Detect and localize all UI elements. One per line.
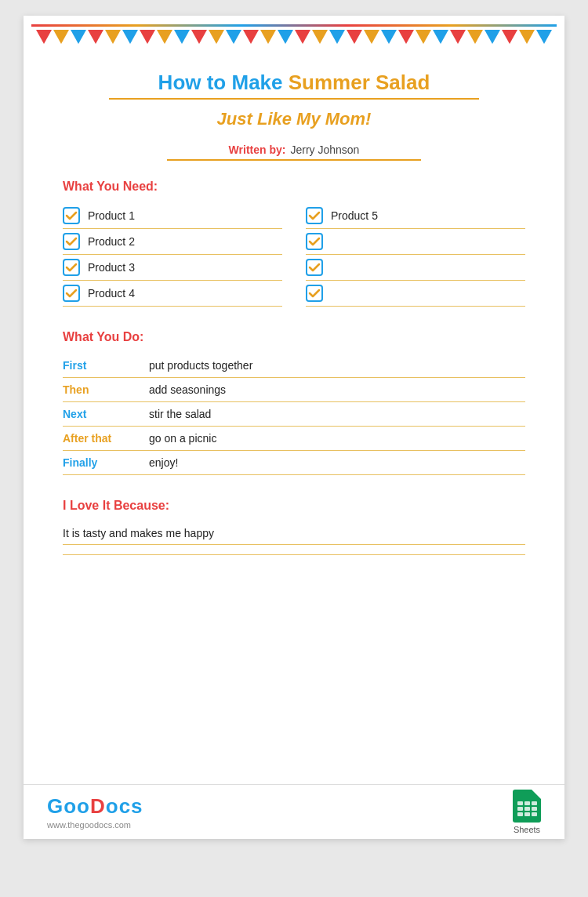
flag [416, 30, 431, 44]
ingredient-item [306, 281, 525, 307]
sheets-cell [517, 812, 523, 816]
sheets-icon [513, 790, 541, 823]
sheets-badge: Sheets [513, 790, 541, 834]
flag [53, 30, 69, 44]
ingredient-item: Product 5 [306, 203, 525, 229]
checkbox-icon [63, 233, 80, 250]
flag [485, 30, 500, 44]
steps-section: What You Do: Firstput products togetherT… [63, 330, 525, 475]
logo-d: D [90, 794, 106, 818]
author-underline [167, 159, 422, 161]
step-description: add seasonings [149, 383, 226, 396]
flag [105, 30, 121, 44]
checkbox-icon [63, 207, 80, 224]
subtitle: Just Like My Mom! [63, 109, 525, 129]
sheets-cell [532, 812, 537, 816]
flag [278, 30, 293, 44]
ingredient-text: Product 4 [88, 287, 135, 300]
flag [191, 30, 207, 44]
flag [329, 30, 345, 44]
step-description: put products together [149, 359, 252, 372]
flag [381, 30, 397, 44]
flag [174, 30, 190, 44]
sheets-cell [524, 812, 530, 816]
flag [398, 30, 414, 44]
sheets-cell [532, 801, 537, 805]
flag [536, 30, 552, 44]
ingredients-left-col: Product 1 Product 2 Product 3 Product 4 [63, 203, 282, 307]
step-description: go on a picnic [149, 432, 216, 445]
step-description: enjoy! [149, 456, 178, 469]
sheets-cell [532, 807, 537, 811]
sheets-cell [517, 801, 523, 805]
logo-goo: Goo [47, 794, 90, 818]
ingredient-item: Product 1 [63, 203, 282, 229]
steps-title: What You Do: [63, 330, 525, 344]
love-text: It is tasty and makes me happy [63, 522, 525, 545]
flag [122, 30, 138, 44]
flag [347, 30, 362, 44]
checkbox-icon [306, 233, 323, 250]
ingredient-text: Product 2 [88, 235, 135, 248]
flag [226, 30, 241, 44]
flag [243, 30, 259, 44]
love-title: I Love It Because: [63, 499, 525, 513]
ingredient-text: Product 1 [88, 209, 135, 222]
footer-logo: GooDocs www.thegoodocs.com [47, 794, 143, 830]
flag [450, 30, 466, 44]
content: How to Make Summer Salad Just Like My Mo… [24, 47, 564, 583]
sheets-cell [524, 807, 530, 811]
title-part1: How to Make [158, 71, 289, 94]
step-keyword: Next [63, 408, 149, 420]
sheets-label: Sheets [514, 825, 540, 834]
ingredients-right-col: Product 5 [306, 203, 525, 307]
sheets-cell [524, 801, 530, 805]
steps-list: Firstput products togetherThenadd season… [63, 354, 525, 475]
step-keyword: Then [63, 383, 149, 396]
logo-ocs: ocs [106, 794, 143, 818]
flag [295, 30, 310, 44]
page: How to Make Summer Salad Just Like My Mo… [24, 16, 564, 839]
sheets-cell [517, 807, 523, 811]
sheets-grid [514, 795, 541, 820]
ingredient-text: Product 5 [331, 209, 378, 222]
author-name: Jerry Johnson [290, 143, 359, 156]
flag [209, 30, 224, 44]
step-description: stir the salad [149, 408, 211, 420]
ingredient-text: Product 3 [88, 261, 135, 274]
ingredient-item: Product 3 [63, 255, 282, 281]
banner [24, 16, 564, 47]
step-keyword: Finally [63, 456, 149, 469]
title-underline [109, 98, 479, 100]
love-section: I Love It Because: It is tasty and makes… [63, 499, 525, 556]
footer: GooDocs www.thegoodocs.com Sheets [24, 784, 564, 839]
step-row: Finallyenjoy! [63, 451, 525, 475]
flag [71, 30, 86, 44]
ingredient-item [306, 229, 525, 255]
flags-row [31, 30, 557, 44]
flag [502, 30, 517, 44]
flag [467, 30, 483, 44]
checkbox-icon [63, 285, 80, 302]
author-label: Written by: [229, 143, 286, 156]
step-row: After thatgo on a picnic [63, 427, 525, 451]
flag [260, 30, 276, 44]
title-part2: Summer Salad [289, 71, 430, 94]
ingredient-item: Product 2 [63, 229, 282, 255]
ingredient-item: Product 4 [63, 281, 282, 307]
checkbox-icon [306, 285, 323, 302]
step-keyword: After that [63, 432, 149, 445]
main-title: How to Make Summer Salad [63, 71, 525, 95]
logo-url: www.thegoodocs.com [47, 820, 143, 830]
step-keyword: First [63, 359, 149, 372]
checkbox-icon [306, 207, 323, 224]
flag [140, 30, 155, 44]
ingredients-title: What You Need: [63, 180, 525, 194]
flag [36, 30, 52, 44]
step-row: Nextstir the salad [63, 402, 525, 427]
flag [157, 30, 172, 44]
step-row: Thenadd seasonings [63, 378, 525, 402]
banner-line [31, 24, 557, 27]
step-row: Firstput products together [63, 354, 525, 378]
ingredients-grid: Product 1 Product 2 Product 3 Product 4 … [63, 203, 525, 307]
